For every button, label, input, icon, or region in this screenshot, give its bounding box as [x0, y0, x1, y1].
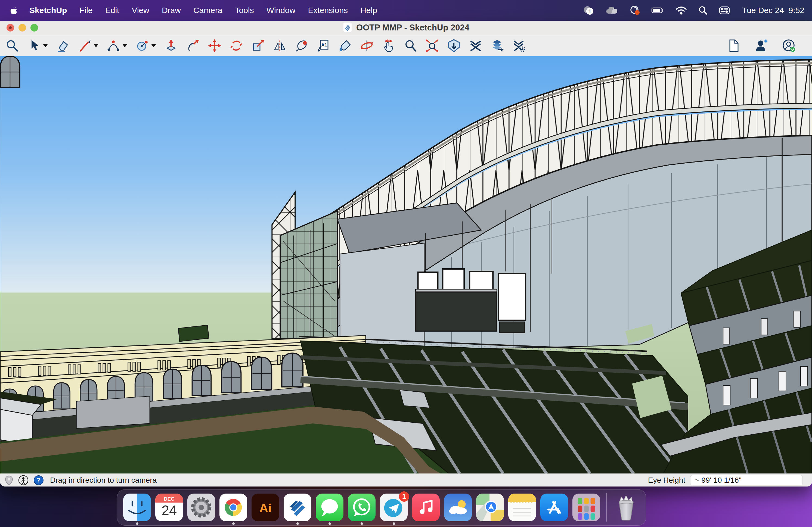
zoom-window-tool-icon[interactable]	[5, 39, 19, 53]
dock: DEC24 Ai 1	[117, 489, 646, 526]
apple-menu-icon[interactable]	[9, 6, 17, 15]
screen-record-icon[interactable]	[629, 5, 640, 16]
title-bar[interactable]: OOTP MMP - SketchUp 2024	[0, 21, 812, 35]
svg-text:Ai: Ai	[259, 501, 271, 515]
sketchup-doc-icon	[343, 22, 352, 34]
circle-dropdown-caret[interactable]	[151, 44, 156, 47]
menu-app-name[interactable]: SketchUp	[29, 6, 67, 15]
menu-extensions[interactable]: Extensions	[308, 6, 348, 15]
dock-whatsapp[interactable]	[348, 494, 376, 521]
dock-divider	[606, 493, 607, 522]
video-screen-1	[418, 272, 438, 291]
dock-music[interactable]	[412, 494, 440, 521]
toolbar: A1	[0, 35, 812, 56]
running-indicator	[296, 522, 299, 525]
svg-text:24: 24	[161, 503, 177, 518]
window-title: OOTP MMP - SketchUp 2024	[356, 23, 469, 33]
svg-text:1: 1	[588, 9, 591, 14]
running-indicator	[393, 522, 395, 525]
video-screen-2	[443, 269, 464, 291]
onedrive-cloud-icon[interactable]	[606, 5, 619, 15]
model-viewport[interactable]	[0, 56, 812, 473]
battery-icon[interactable]	[651, 6, 664, 15]
toolbar-right-group	[727, 39, 807, 53]
dock-messages[interactable]	[316, 494, 344, 521]
orbit-tool-icon[interactable]	[360, 39, 374, 53]
flip-tool-icon[interactable]	[273, 39, 287, 53]
bullpen-roof	[178, 325, 209, 341]
dock-system-settings[interactable]	[187, 494, 215, 521]
follow-me-tool-icon[interactable]	[186, 39, 200, 53]
dock-finder[interactable]	[123, 494, 151, 521]
3d-warehouse-tool-icon[interactable]	[447, 39, 461, 53]
select-tool-icon[interactable]	[27, 39, 41, 53]
svg-text:A1: A1	[321, 42, 327, 47]
dock-maps[interactable]	[476, 494, 504, 521]
menu-help[interactable]: Help	[360, 6, 377, 15]
notification-badge-icon[interactable]: 1	[583, 5, 595, 16]
scale-tool-icon[interactable]	[251, 39, 265, 53]
eye-height-label: Eye Height	[648, 476, 685, 485]
zoom-extents-tool-icon[interactable]	[425, 39, 439, 53]
notification-badge: 1	[399, 492, 409, 502]
arc-tool-icon[interactable]	[106, 39, 120, 53]
menu-view[interactable]: View	[132, 6, 149, 15]
extension-warehouse-tool-icon[interactable]	[469, 39, 482, 53]
dock-app-store[interactable]	[540, 494, 568, 521]
pan-tool-icon[interactable]	[382, 39, 395, 53]
person-scale-icon[interactable]	[18, 475, 29, 486]
control-center-icon[interactable]	[719, 5, 730, 15]
zoom-tool-icon[interactable]	[404, 39, 417, 53]
dock-telegram[interactable]: 1	[380, 494, 408, 521]
line-dropdown-caret[interactable]	[93, 44, 99, 47]
menu-draw[interactable]: Draw	[162, 6, 181, 15]
wifi-icon[interactable]	[675, 6, 687, 15]
garage-doors	[76, 396, 150, 429]
dock-launchpad[interactable]	[572, 494, 600, 521]
account-icon[interactable]	[782, 39, 796, 53]
add-collaborator-icon[interactable]	[754, 39, 768, 53]
menu-window[interactable]: Window	[266, 6, 295, 15]
sketchup-window: OOTP MMP - SketchUp 2024 A1	[0, 21, 812, 486]
running-indicator	[361, 522, 363, 525]
line-tool-icon[interactable]	[78, 39, 91, 53]
menu-edit[interactable]: Edit	[105, 6, 119, 15]
eraser-tool-icon[interactable]	[56, 39, 70, 53]
rotate-tool-icon[interactable]	[230, 39, 243, 53]
dock-sketchup[interactable]	[284, 494, 311, 521]
paint-bucket-tool-icon[interactable]	[338, 39, 352, 53]
running-indicator	[136, 522, 139, 525]
menu-camera[interactable]: Camera	[193, 6, 222, 15]
geolocation-icon[interactable]	[4, 475, 14, 486]
spotlight-search-icon[interactable]	[698, 5, 708, 15]
dock-illustrator[interactable]: Ai	[251, 494, 279, 521]
status-bar: ? Drag in direction to turn camera Eye H…	[0, 473, 812, 486]
dock-notes[interactable]	[508, 494, 536, 521]
help-icon[interactable]: ?	[33, 475, 44, 486]
send-to-layout-tool-icon[interactable]	[491, 39, 504, 53]
extension-manager-tool-icon[interactable]	[512, 39, 526, 53]
text-tool-icon[interactable]: A1	[317, 39, 330, 53]
select-dropdown-caret[interactable]	[43, 44, 48, 47]
viewport-3d-scene[interactable]	[0, 56, 812, 473]
video-screen-4	[498, 274, 526, 320]
dock-chrome[interactable]	[219, 494, 247, 521]
dock-weather[interactable]	[444, 494, 472, 521]
running-indicator	[329, 522, 331, 525]
video-screen-3	[470, 271, 493, 291]
push-pull-tool-icon[interactable]	[164, 39, 178, 53]
menu-bar: SketchUp File Edit View Draw Camera Tool…	[0, 0, 812, 21]
menu-tools[interactable]: Tools	[235, 6, 254, 15]
new-document-icon[interactable]	[727, 39, 740, 53]
arc-dropdown-caret[interactable]	[122, 44, 127, 47]
svg-text:?: ?	[37, 477, 41, 484]
offset-tool-icon[interactable]	[295, 39, 308, 53]
move-tool-icon[interactable]	[208, 39, 221, 53]
circle-tool-icon[interactable]	[135, 39, 149, 53]
svg-text:DEC: DEC	[164, 496, 174, 502]
dock-calendar[interactable]: DEC24	[155, 494, 183, 521]
dock-trash[interactable]	[612, 494, 640, 521]
menu-file[interactable]: File	[79, 6, 92, 15]
eye-height-input[interactable]	[690, 475, 803, 485]
menubar-clock[interactable]: Tue Dec 24 9:52	[742, 6, 804, 15]
